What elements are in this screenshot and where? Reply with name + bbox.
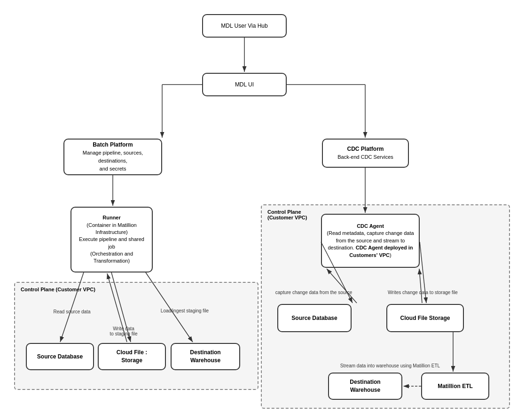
dest-wh-left-box: DestinationWarehouse: [171, 343, 240, 370]
mdl-user-box: MDL User Via Hub: [202, 14, 287, 38]
src-db-left-box: Source Database: [26, 343, 94, 370]
src-db-right-box: Source Database: [277, 304, 352, 332]
diagram-container: Control Plane (Customer VPC) Control Pla…: [0, 0, 525, 420]
runner-box: Runner (Container in MatillionInfrastruc…: [71, 207, 153, 272]
cloud-file-left-box: Cloud File :Storage: [98, 343, 166, 370]
mdl-user-label: MDL User Via Hub: [221, 22, 267, 30]
matillion-etl-label: Matillion ETL: [438, 382, 473, 390]
write-staging-label: Write datato staging file: [100, 326, 147, 336]
src-db-right-label: Source Database: [291, 314, 337, 322]
runner-label: Runner (Container in MatillionInfrastruc…: [75, 214, 148, 265]
dest-wh-right-label: DestinationWarehouse: [350, 378, 380, 394]
batch-platform-label: Batch Platform Manage pipeline, sources,…: [68, 141, 157, 172]
dest-wh-left-label: DestinationWarehouse: [190, 349, 220, 365]
matillion-etl-box: Matillion ETL: [421, 373, 489, 400]
right-vpc-label: Control Plane(Customer VPC): [267, 209, 307, 220]
capture-change-label: capture change data from the source: [273, 290, 355, 295]
dest-wh-right-box: DestinationWarehouse: [328, 373, 402, 400]
load-staging-label: Load/ingest staging file: [154, 308, 215, 313]
cdc-platform-label: CDC Platform Back-end CDC Services: [337, 145, 393, 161]
batch-platform-box: Batch Platform Manage pipeline, sources,…: [63, 139, 162, 175]
cloud-file-right-box: Cloud File Storage: [386, 304, 464, 332]
writes-change-label: Writes change data to storage file: [382, 290, 464, 295]
cloud-file-left-label: Cloud File :Storage: [117, 349, 147, 365]
cloud-file-right-label: Cloud File Storage: [400, 314, 450, 322]
cdc-platform-box: CDC Platform Back-end CDC Services: [322, 139, 409, 168]
mdl-ui-box: MDL UI: [202, 73, 287, 96]
mdl-ui-label: MDL UI: [235, 81, 254, 89]
cdc-agent-label: CDC Agent (Read metadata, capture change…: [327, 223, 414, 259]
left-vpc-label: Control Plane (Customer VPC): [21, 287, 95, 292]
read-source-label: Read source data: [41, 309, 102, 314]
src-db-left-label: Source Database: [37, 353, 83, 361]
stream-data-label: Stream data into warehouse using Matilli…: [338, 363, 442, 368]
cdc-agent-box: CDC Agent (Read metadata, capture change…: [321, 214, 420, 268]
